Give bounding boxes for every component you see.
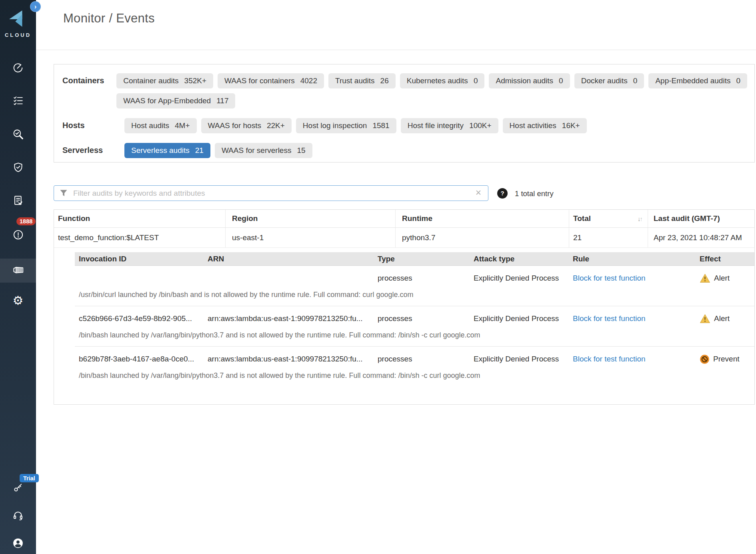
chip-waas-for-containers[interactable]: WAAS for containers4022 — [218, 73, 324, 88]
cell-runtime: python3.7 — [396, 228, 569, 247]
chip-waas-for-serverless[interactable]: WAAS for serverless15 — [215, 143, 312, 158]
sidebar-item-alerts[interactable] — [0, 223, 36, 247]
search-check-icon — [12, 128, 24, 141]
chip-serverless-audits[interactable]: Serverless audits21 — [124, 143, 210, 158]
alert-circle-icon — [12, 229, 24, 241]
chip-admission-audits[interactable]: Admission audits0 — [489, 73, 570, 88]
alert-triangle-icon — [700, 314, 710, 323]
sidebar-item-search[interactable] — [0, 122, 36, 146]
help-icon[interactable]: ? — [497, 188, 508, 199]
alert-triangle-icon — [700, 273, 710, 283]
col-header-type: Type — [374, 255, 470, 263]
clear-filter-icon[interactable]: ✕ — [475, 188, 482, 197]
keys-icon — [12, 482, 24, 493]
col-header-rule: Rule — [569, 255, 696, 263]
shield-check-icon — [12, 162, 24, 173]
chip-waas-for-hosts[interactable]: WAAS for hosts22K+ — [201, 118, 292, 133]
cell-arn: arn:aws:lambda:us-east-1:909978213250:fu… — [204, 355, 374, 363]
col-header-attack-type: Attack type — [470, 255, 569, 263]
audit-row-group: processes Explicitly Denied Process Bloc… — [75, 266, 754, 306]
sidebar-item-profile[interactable] — [0, 531, 36, 554]
category-label-hosts: Hosts — [62, 118, 124, 138]
chip-host-audits[interactable]: Host audits4M+ — [124, 118, 197, 133]
audits-subtable: Invocation ID ARN Type Attack type Rule … — [75, 252, 754, 387]
prevent-icon — [700, 354, 710, 364]
cell-type: processes — [374, 314, 470, 323]
audit-row[interactable]: b629b78f-3aeb-4167-ae8a-0ce0... arn:aws:… — [75, 347, 754, 371]
cell-function: test_demo_function:$LATEST — [54, 228, 226, 247]
col-header-function[interactable]: Function — [54, 210, 226, 227]
col-header-last-audit[interactable]: Last audit (GMT-7) — [648, 210, 754, 227]
container-icon — [12, 264, 24, 276]
audit-category-panel: Containers Container audits352K+ WAAS fo… — [54, 64, 755, 163]
col-header-arn: ARN — [204, 255, 374, 263]
cell-arn: arn:aws:lambda:us-east-1:909978213250:fu… — [204, 314, 374, 323]
document-check-icon — [12, 195, 24, 206]
rule-link[interactable]: Block for test function — [573, 274, 646, 282]
trial-badge: Trial — [20, 474, 39, 482]
col-header-total[interactable]: Total ↓↑ — [569, 210, 648, 227]
sort-icon: ↓↑ — [638, 215, 642, 222]
filter-input[interactable] — [54, 186, 488, 201]
filter-bar: ✕ — [54, 185, 488, 201]
chip-container-audits[interactable]: Container audits352K+ — [116, 73, 213, 88]
sidebar-item-settings[interactable]: ⚙ — [0, 289, 36, 313]
sidebar-item-compute[interactable] — [0, 258, 36, 282]
col-header-invocation-id: Invocation ID — [75, 255, 204, 263]
cell-attack-type: Explicitly Denied Process — [470, 314, 569, 323]
chip-host-activities[interactable]: Host activities16K+ — [503, 118, 587, 133]
cell-last-audit: Apr 23, 2021 10:48:27 AM — [648, 228, 754, 247]
audit-row[interactable]: c526b966-67d3-4e59-8b92-905... arn:aws:l… — [75, 306, 754, 331]
functions-table-header: Function Region Runtime Total ↓↑ Last au… — [54, 210, 754, 228]
gear-icon: ⚙ — [13, 295, 24, 307]
effect-label: Prevent — [713, 355, 739, 363]
cell-type: processes — [374, 274, 470, 283]
chip-kubernetes-audits[interactable]: Kubernetes audits0 — [400, 73, 485, 88]
audit-message: /usr/bin/curl launched by /bin/bash and … — [75, 291, 754, 306]
rule-link[interactable]: Block for test function — [573, 314, 646, 323]
effect-label: Alert — [714, 274, 730, 283]
cell-invocation-id: b629b78f-3aeb-4167-ae8a-0ce0... — [75, 355, 204, 363]
effect-label: Alert — [714, 314, 730, 323]
sidebar: CLOUD 1888 — [0, 0, 36, 554]
sidebar-item-dashboard[interactable] — [0, 56, 36, 80]
app-logo: CLOUD — [0, 10, 36, 38]
col-header-region[interactable]: Region — [226, 210, 396, 227]
sidebar-item-support[interactable] — [0, 504, 36, 528]
audit-message: /bin/bash launched by /var/lang/bin/pyth… — [75, 371, 754, 387]
function-row[interactable]: test_demo_function:$LATEST us-east-1 pyt… — [54, 228, 754, 248]
alerts-count-badge: 1888 — [16, 217, 36, 225]
cell-invocation-id: c526b966-67d3-4e59-8b92-905... — [75, 314, 204, 323]
chip-waas-for-app-embedded[interactable]: WAAS for App-Embedded117 — [116, 93, 235, 108]
sidebar-expand-button[interactable]: › — [30, 1, 41, 12]
rule-link[interactable]: Block for test function — [573, 355, 646, 363]
cell-attack-type: Explicitly Denied Process — [470, 355, 569, 363]
page-title: Monitor / Events — [63, 11, 155, 26]
chip-app-embedded-audits[interactable]: App-Embedded audits0 — [648, 73, 747, 88]
cell-total: 21 — [569, 228, 648, 247]
functions-table-panel: Function Region Runtime Total ↓↑ Last au… — [54, 209, 755, 405]
checklist-icon — [12, 95, 24, 106]
chip-host-log-inspection[interactable]: Host log inspection1581 — [296, 118, 396, 133]
total-entry-label: 1 total entry — [515, 189, 554, 199]
sidebar-item-checklist[interactable] — [0, 88, 36, 112]
audit-row[interactable]: processes Explicitly Denied Process Bloc… — [75, 266, 754, 291]
cloud-logo-icon — [8, 10, 28, 27]
cell-type: processes — [374, 355, 470, 363]
logo-text: CLOUD — [0, 32, 36, 38]
cell-attack-type: Explicitly Denied Process — [470, 274, 569, 283]
category-row-serverless: Serverless Serverless audits21 WAAS for … — [62, 143, 747, 163]
chip-docker-audits[interactable]: Docker audits0 — [574, 73, 644, 88]
col-header-runtime[interactable]: Runtime — [396, 210, 569, 227]
chip-host-file-integrity[interactable]: Host file integrity100K+ — [401, 118, 498, 133]
headset-icon — [12, 510, 24, 522]
category-label-containers: Containers — [62, 73, 116, 113]
sidebar-item-defend[interactable] — [0, 155, 36, 179]
chip-trust-audits[interactable]: Trust audits26 — [328, 73, 396, 88]
gauge-icon — [12, 62, 24, 74]
category-row-hosts: Hosts Host audits4M+ WAAS for hosts22K+ … — [62, 118, 747, 138]
audit-row-group: b629b78f-3aeb-4167-ae8a-0ce0... arn:aws:… — [75, 346, 754, 387]
page-header: Monitor / Events — [36, 0, 756, 50]
category-label-serverless: Serverless — [62, 143, 124, 163]
sidebar-item-compliance[interactable] — [0, 188, 36, 212]
